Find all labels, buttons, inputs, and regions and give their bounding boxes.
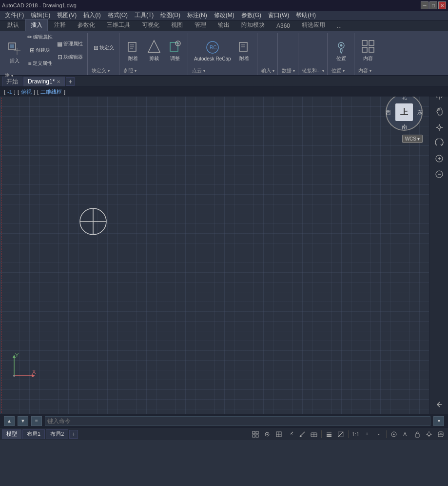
status-dyn-icon[interactable] [309,429,319,439]
cmd-prev-button[interactable]: ▲ [4,416,15,426]
main-area[interactable]: [ -1 ] [ 俯视 ] [ 二维线框 ] 北 南 西 东 上 [0,87,448,414]
adjust-button[interactable]: 调整 [165,36,185,64]
clip-button[interactable]: 剪裁 [144,36,164,64]
tab-featured[interactable]: 精选应用 [296,19,331,31]
doc-tab-close-icon[interactable]: ✕ [57,79,60,84]
tab-a360[interactable]: A360 [271,20,295,31]
view-label-neg1[interactable]: -1 [7,89,12,95]
blockdef1-label: 块定义 [99,44,114,51]
status-workspace-icon[interactable] [389,429,399,439]
status-isol-icon[interactable] [424,429,434,439]
rp-minus-button[interactable] [432,167,447,182]
status-lock-icon[interactable] [412,429,423,439]
cmd-expand-button[interactable]: ▾ [433,416,444,426]
status-tab-layout1[interactable]: 布局1 [22,429,45,439]
doc-tab-drawing1[interactable]: Drawing1* ✕ [23,77,65,86]
rp-hand-button[interactable] [432,104,447,119]
rp-orbit-button[interactable] [432,136,447,150]
location-button[interactable]: 位置 [331,36,351,64]
svg-rect-53 [256,435,258,437]
attach-button[interactable]: 附着 [123,36,143,64]
tab-visual[interactable]: 可视化 [136,19,165,31]
insert-icon [7,41,22,57]
doc-tab-add-button[interactable]: + [66,77,75,86]
tab-param[interactable]: 参数化 [72,19,100,31]
status-grid-icon[interactable] [250,429,261,439]
status-perf-icon[interactable] [435,429,446,439]
svg-point-49 [13,375,15,377]
tab-default[interactable]: 默认 [2,19,24,31]
ribbon-group-blockdef-label[interactable]: 块定义 ▾ [92,67,116,74]
status-scale-down-button[interactable]: - [373,429,384,439]
block-def-1[interactable]: ⊞ 块定义 [92,44,116,57]
restore-button[interactable]: □ [429,1,437,9]
doc-tab-start[interactable]: 开始 [2,77,22,86]
status-transparency-icon[interactable] [335,429,346,439]
input-label-text: 输入 [261,67,271,74]
content-button[interactable]: 内容 [358,36,378,64]
view-bracket-open3: [ [37,89,39,95]
edit-attr-button[interactable]: ✏ 编辑属性 [26,33,54,46]
compass-center-button[interactable]: 上 [395,103,413,121]
tab-insert[interactable]: 插入 [25,19,48,31]
location-label-text: 位置 [331,67,341,74]
tab-view[interactable]: 视图 [166,19,188,31]
ribbon-group-ref: 附着 剪裁 [120,33,188,75]
ribbon-group-input: 输入 ▾ [258,33,278,75]
ribbon-group-input-label[interactable]: 输入 ▾ [261,67,274,74]
status-annot-icon[interactable]: A [400,429,411,439]
rp-back-button[interactable] [432,397,447,412]
link-arrow: ▾ [322,69,324,73]
status-ortho-icon[interactable] [273,429,284,439]
status-scale-up-button[interactable]: + [362,429,372,439]
block-editor-button[interactable]: ⊡ 块编辑器 [56,53,84,66]
cmd-menu-button[interactable]: ≡ [31,416,42,426]
svg-text:A: A [403,431,407,437]
status-tab-model[interactable]: 模型 [2,429,21,439]
status-tab-layout2[interactable]: 布局2 [46,429,68,439]
recap-label: Autodesk ReCap [194,56,231,61]
compass-south: 南 [402,123,407,131]
ribbon-group-ref-label[interactable]: 参照 ▾ [123,67,185,74]
close-button[interactable]: ✕ [438,1,446,9]
ribbon: 插入 ✏ 编辑属性 ⊞ 创建块 ≡ [0,31,448,76]
cmd-next-button[interactable]: ▼ [18,416,28,426]
create-block-button[interactable]: ⊞ 创建块 [26,46,54,59]
ref-arrow: ▾ [135,69,136,73]
command-input[interactable] [45,416,430,426]
tab-addons[interactable]: 附加模块 [236,19,270,31]
view-label-top[interactable]: 俯视 [21,88,32,96]
tab-3d-tools[interactable]: 三维工具 [101,19,136,31]
wcs-button[interactable]: WCS ▾ [402,135,423,143]
cloud-attach-button[interactable]: 附着 [234,36,254,64]
rp-plus-button[interactable] [432,151,447,166]
ribbon-group-data-label[interactable]: 数据 ▾ [282,67,295,74]
manage-attr-button[interactable]: ▦ 管理属性 [56,40,84,53]
recap-button[interactable]: RC Autodesk ReCap [192,36,233,64]
ribbon-group-content-label[interactable]: 内容 ▾ [358,67,378,74]
insert-button[interactable]: 插入 [5,39,24,67]
recap-icon: RC [205,40,220,55]
svg-line-69 [338,432,343,437]
minimize-button[interactable]: ─ [421,1,429,9]
tab-more[interactable]: ... [331,20,347,31]
svg-text:Y: Y [15,352,19,358]
tab-output[interactable]: 输出 [213,19,235,31]
ribbon-group-location-label[interactable]: 位置 ▾ [331,67,351,74]
status-add-layout-button[interactable]: + [69,430,78,439]
svg-rect-24 [369,47,374,52]
status-polar-icon[interactable] [285,429,296,439]
view-label-2d[interactable]: 二维线框 [40,88,62,96]
input-arrow: ▾ [273,69,274,73]
tab-manage[interactable]: 管理 [189,19,212,31]
block-editor-icon: ⊡ [58,54,62,61]
rp-crosshair-button[interactable] [432,120,447,135]
tab-annotate[interactable]: 注释 [49,19,71,31]
status-lweight-icon[interactable] [324,429,334,439]
status-isnap-icon[interactable] [297,429,308,439]
ribbon-group-cloud-label[interactable]: 点云 ▾ [192,67,254,74]
define-attr-button[interactable]: ≡ 定义属性 [26,60,54,72]
cloud-attach-icon [236,39,252,54]
status-snap-icon[interactable] [262,429,273,439]
ribbon-group-link-label[interactable]: 链接和... ▾ [302,67,324,74]
